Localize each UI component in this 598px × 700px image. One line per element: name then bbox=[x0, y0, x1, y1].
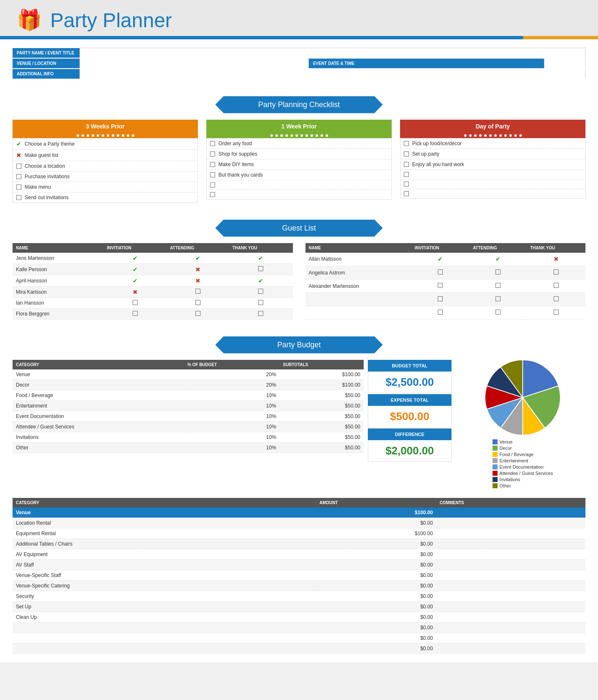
col-category: CATEGORY bbox=[13, 360, 184, 369]
checklist-col-1week: 1 Week Prior Order any food Shop for sup… bbox=[206, 120, 392, 203]
pie-chart bbox=[485, 360, 560, 435]
checklist-body-3weeks: ✔Choose a Party theme ✖Make guest list C… bbox=[13, 138, 198, 203]
expense-total-label: EXPENSE TOTAL bbox=[368, 394, 452, 406]
table-row: Invitations 10% $50.00 bbox=[13, 432, 364, 442]
checklist-header-1week: 1 Week Prior bbox=[206, 120, 392, 133]
table-row: Angelica Astrom bbox=[305, 266, 586, 279]
info-section: PARTY NAME / EVENT TITLE VENUE / LOCATIO… bbox=[0, 39, 598, 88]
table-row: Kalle Persson ✔ ✖ bbox=[13, 264, 293, 275]
list-item[interactable]: Pick up food/ice/décor bbox=[400, 138, 585, 149]
legend-item: Invitations bbox=[493, 477, 553, 482]
checkbox-icon bbox=[16, 195, 21, 200]
legend-swatch bbox=[493, 464, 498, 469]
guest-table-left: NAME INVITIATION ATTENDING THANK YOU Jen… bbox=[13, 243, 293, 320]
checklist-col-dayof: Day of Party Pick up food/ice/décor Set … bbox=[400, 120, 585, 203]
list-item[interactable]: Set up party bbox=[400, 149, 585, 159]
checkbox-icon bbox=[16, 185, 21, 190]
party-name-value[interactable] bbox=[80, 48, 585, 58]
list-item[interactable] bbox=[400, 179, 585, 189]
list-item[interactable]: ✔Choose a Party theme bbox=[13, 138, 198, 150]
legend-item: Venue bbox=[493, 439, 553, 444]
venue-value[interactable] bbox=[80, 58, 308, 69]
checklist-section: 3 Weeks Prior ✔Choose a Party theme ✖Mak… bbox=[0, 120, 598, 211]
additional-row: ADDITIONAL INFO bbox=[13, 69, 585, 79]
header-bar bbox=[0, 36, 598, 39]
event-date-value[interactable] bbox=[544, 58, 585, 69]
legend-swatch bbox=[493, 483, 498, 488]
col-name: NAME bbox=[305, 243, 411, 253]
table-row bbox=[305, 292, 586, 306]
header-bar-blue bbox=[0, 36, 523, 39]
expense-total-value: $500.00 bbox=[368, 406, 452, 428]
app-icon: 🎁 bbox=[17, 8, 42, 32]
x-icon: ✖ bbox=[16, 152, 21, 159]
col-attending: ATTENDING bbox=[167, 243, 229, 253]
list-item[interactable]: Enjoy all you hard work bbox=[400, 159, 585, 170]
list-item[interactable] bbox=[400, 170, 585, 179]
table-row: Alexander Martensson bbox=[305, 279, 586, 293]
table-row: $0.00 bbox=[13, 633, 585, 643]
table-row: Flora Berggren bbox=[13, 308, 293, 319]
list-item[interactable] bbox=[207, 190, 391, 199]
checkbox-icon bbox=[404, 172, 409, 177]
col-category: CATEGORY bbox=[13, 498, 316, 508]
guest-title: Guest List bbox=[216, 220, 383, 237]
list-item[interactable] bbox=[400, 189, 585, 198]
info-table: PARTY NAME / EVENT TITLE VENUE / LOCATIO… bbox=[13, 48, 585, 79]
header-bar-gold bbox=[523, 36, 598, 39]
app-header: 🎁 Party Planner bbox=[0, 0, 598, 36]
list-item[interactable] bbox=[207, 180, 391, 190]
legend-swatch bbox=[493, 439, 498, 444]
difference-value: $2,000.00 bbox=[368, 440, 452, 462]
table-row: Venue 20% $100.00 bbox=[13, 369, 364, 380]
checklist-header-wrap: Party Planning Checklist bbox=[13, 96, 585, 113]
table-row: AV Equipment $0.00 bbox=[13, 549, 585, 559]
list-item[interactable]: Shop for supplies bbox=[207, 149, 391, 159]
list-item[interactable]: Make DIY items bbox=[207, 159, 391, 170]
checkbox-icon bbox=[404, 191, 409, 196]
checkbox-icon bbox=[16, 174, 21, 179]
list-item[interactable]: Make menu bbox=[13, 182, 198, 192]
checkbox-icon bbox=[404, 151, 409, 156]
checkbox-icon bbox=[210, 151, 215, 156]
checkbox-icon bbox=[16, 164, 21, 169]
legend-swatch bbox=[493, 471, 498, 476]
additional-label: ADDITIONAL INFO bbox=[13, 69, 80, 79]
event-date-label: EVENT DATE & TIME bbox=[308, 58, 544, 69]
list-item[interactable]: Send out invitations bbox=[13, 192, 198, 203]
checkbox-icon bbox=[210, 182, 215, 187]
checklist-title: Party Planning Checklist bbox=[216, 96, 383, 113]
legend-item: Event Documentation bbox=[493, 464, 553, 469]
list-item[interactable]: But thank you cards bbox=[207, 170, 391, 180]
left-guest-body: Jens Martensson ✔ ✔ ✔Kalle Persson ✔ ✖ A… bbox=[13, 253, 293, 320]
table-row: Security $0.00 bbox=[13, 591, 585, 601]
table-row: Equipment Rental $100.00 bbox=[13, 528, 585, 538]
budget-table: CATEGORY % OF BUDGET SUBTOTALS Venue 20%… bbox=[13, 360, 364, 453]
guest-table-header: NAME INVITIATION ATTENDING THANK YOU bbox=[13, 243, 293, 253]
list-item[interactable]: Order any food bbox=[207, 138, 391, 149]
expense-body: Venue $100.00 Location Rental $0.00 Equi… bbox=[13, 508, 585, 654]
col-amount: AMOUNT bbox=[316, 498, 436, 508]
checklist-dots-green bbox=[206, 133, 392, 138]
checklist-body-dayof: Pick up food/ice/décor Set up party Enjo… bbox=[400, 138, 585, 199]
col-invitation: INVITIATION bbox=[103, 243, 167, 253]
legend-item: Other bbox=[493, 483, 553, 488]
budget-total-value: $2,500.00 bbox=[368, 372, 452, 393]
expense-table-header: CATEGORY AMOUNT COMMENTS bbox=[13, 498, 585, 508]
list-item[interactable]: Purchase invitations bbox=[13, 172, 198, 182]
table-row: Allan Mattsson ✔ ✔ ✖ bbox=[305, 253, 586, 266]
venue-label: VENUE / LOCATION bbox=[13, 58, 80, 69]
table-row: Food / Beverage 10% $50.00 bbox=[13, 390, 364, 400]
list-item[interactable]: Choose a location bbox=[13, 161, 198, 172]
col-invitation: INVITIATION bbox=[411, 243, 470, 253]
col-thankyou: THANK YOU bbox=[229, 243, 293, 253]
budget-body: Venue 20% $100.00Decor 20% $100.00Food /… bbox=[13, 369, 364, 453]
difference-label: DIFFERENCE bbox=[368, 428, 452, 440]
table-row: Clean Up $0.00 bbox=[13, 612, 585, 622]
expense-section: CATEGORY AMOUNT COMMENTS Venue $100.00 L… bbox=[0, 498, 598, 662]
list-item[interactable]: ✖Make guest list bbox=[13, 150, 198, 161]
table-row: Additional Tables / Chairs $0.00 bbox=[13, 538, 585, 549]
table-row: Other 10% $50.00 bbox=[13, 442, 364, 453]
additional-value[interactable] bbox=[80, 69, 585, 79]
checklist-grid: 3 Weeks Prior ✔Choose a Party theme ✖Mak… bbox=[13, 120, 585, 203]
